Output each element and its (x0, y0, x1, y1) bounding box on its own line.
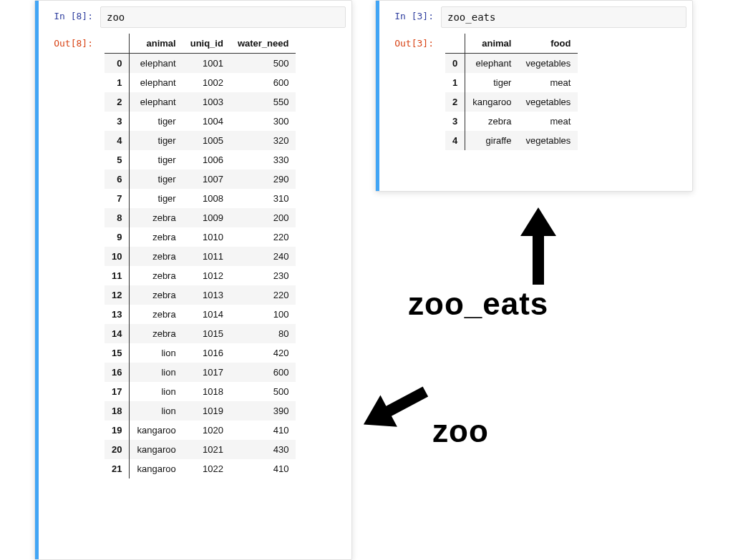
cell-uniq-id: 1016 (183, 343, 230, 363)
arrow-up-icon (517, 207, 560, 286)
cell-water-need: 430 (230, 440, 296, 459)
cell-animal: elephant (130, 54, 183, 74)
cell-animal: kangaroo (130, 459, 183, 478)
table-row: 14zebra101580 (105, 324, 296, 343)
cell-animal: elephant (130, 73, 183, 92)
cell-animal: zebra (130, 324, 183, 343)
cell-animal: giraffe (465, 131, 519, 150)
cell-water-need: 330 (230, 150, 296, 170)
table-row: 0elephant1001500 (105, 54, 296, 74)
row-index: 3 (105, 112, 130, 131)
cell-water-need: 500 (230, 382, 296, 401)
notebook-panel-left: In [8]: zoo Out[8]: animal uniq_id water… (34, 0, 352, 560)
row-index: 3 (445, 112, 465, 131)
row-index: 18 (105, 401, 130, 421)
cell-water-need: 290 (230, 170, 296, 189)
table-row: 11zebra1012230 (105, 266, 296, 285)
table-row: 18lion1019390 (105, 401, 296, 421)
out-prompt: Out[3]: (379, 34, 441, 150)
cell-animal: kangaroo (130, 421, 183, 440)
row-index: 4 (445, 131, 465, 150)
table-row: 17lion1018500 (105, 382, 296, 401)
table-row: 8zebra1009200 (105, 208, 296, 227)
table-row: 15lion1016420 (105, 343, 296, 363)
table-row: 3zebrameat (445, 112, 578, 131)
cell-animal: zebra (130, 208, 183, 227)
cell-food: vegetables (518, 131, 578, 150)
cell-animal: tiger (465, 73, 519, 92)
code-input[interactable]: zoo (100, 6, 346, 28)
cell-animal: kangaroo (130, 440, 183, 459)
cell-water-need: 220 (230, 227, 296, 247)
cell-water-need: 390 (230, 401, 296, 421)
cell-food: vegetables (518, 92, 578, 112)
cell-animal: lion (130, 401, 183, 421)
cell-uniq-id: 1004 (183, 112, 230, 131)
table-row: 19kangaroo1020410 (105, 421, 296, 440)
row-index: 9 (105, 227, 130, 247)
table-row: 4tiger1005320 (105, 131, 296, 150)
col-header: water_need (230, 34, 296, 54)
index-header (445, 34, 465, 54)
output-cell: Out[3]: animal food 0elephantvegetables1… (379, 31, 692, 153)
cell-water-need: 230 (230, 266, 296, 285)
index-header (105, 34, 130, 54)
output-cell: Out[8]: animal uniq_id water_need 0eleph… (39, 31, 351, 481)
table-row: 2kangaroovegetables (445, 92, 578, 112)
cell-water-need: 550 (230, 92, 296, 112)
row-index: 16 (105, 363, 130, 382)
table-row: 20kangaroo1021430 (105, 440, 296, 459)
table-row: 1elephant1002600 (105, 73, 296, 92)
dataframe-zoo-eats: animal food 0elephantvegetables1tigermea… (445, 34, 578, 150)
row-index: 5 (105, 150, 130, 170)
cell-animal: lion (130, 363, 183, 382)
table-row: 10zebra1011240 (105, 247, 296, 266)
cell-animal: tiger (130, 112, 183, 131)
cell-animal: elephant (465, 54, 519, 74)
code-input[interactable]: zoo_eats (441, 6, 686, 28)
cell-water-need: 500 (230, 54, 296, 74)
input-cell: In [8]: zoo (39, 4, 351, 31)
execution-bar (35, 1, 39, 559)
row-index: 4 (105, 131, 130, 150)
cell-food: meat (518, 73, 578, 92)
cell-animal: tiger (130, 189, 183, 208)
cell-water-need: 600 (230, 363, 296, 382)
row-index: 0 (105, 54, 130, 74)
row-index: 13 (105, 305, 130, 324)
dataframe-zoo: animal uniq_id water_need 0elephant10015… (105, 34, 296, 478)
cell-animal: lion (130, 382, 183, 401)
annotation-label-zoo: zoo (432, 413, 489, 449)
row-index: 20 (105, 440, 130, 459)
cell-uniq-id: 1006 (183, 150, 230, 170)
table-row: 7tiger1008310 (105, 189, 296, 208)
cell-animal: zebra (130, 305, 183, 324)
cell-animal: zebra (130, 247, 183, 266)
row-index: 8 (105, 208, 130, 227)
cell-animal: tiger (130, 150, 183, 170)
cell-uniq-id: 1018 (183, 382, 230, 401)
row-index: 19 (105, 421, 130, 440)
cell-uniq-id: 1015 (183, 324, 230, 343)
table-header-row: animal uniq_id water_need (105, 34, 296, 54)
row-index: 6 (105, 170, 130, 189)
cell-uniq-id: 1009 (183, 208, 230, 227)
table-row: 0elephantvegetables (445, 54, 578, 74)
cell-animal: kangaroo (465, 92, 519, 112)
row-index: 14 (105, 324, 130, 343)
svg-marker-0 (520, 207, 556, 285)
cell-uniq-id: 1007 (183, 170, 230, 189)
annotation-label-zoo-eats: zoo_eats (408, 286, 548, 322)
notebook-panel-right: In [3]: zoo_eats Out[3]: animal food 0el… (375, 0, 693, 192)
cell-water-need: 80 (230, 324, 296, 343)
cell-water-need: 310 (230, 189, 296, 208)
row-index: 11 (105, 266, 130, 285)
cell-uniq-id: 1013 (183, 285, 230, 305)
row-index: 15 (105, 343, 130, 363)
row-index: 12 (105, 285, 130, 305)
cell-animal: tiger (130, 170, 183, 189)
cell-water-need: 320 (230, 131, 296, 150)
cell-uniq-id: 1008 (183, 189, 230, 208)
cell-water-need: 220 (230, 285, 296, 305)
cell-uniq-id: 1003 (183, 92, 230, 112)
